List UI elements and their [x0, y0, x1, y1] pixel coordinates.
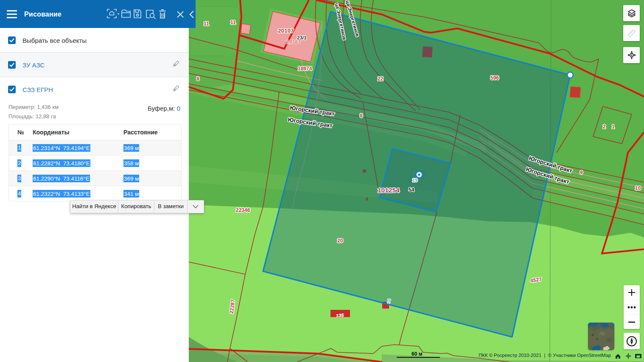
svg-text:10: 10 — [635, 185, 641, 191]
svg-text:101254: 101254 — [378, 187, 400, 194]
svg-text:2: 2 — [603, 124, 606, 130]
svg-text:135: 135 — [336, 312, 344, 318]
svg-text:8: 8 — [196, 76, 199, 82]
svg-text:11: 11 — [230, 19, 236, 25]
svg-text:19: 19 — [412, 178, 417, 183]
svg-text:22: 22 — [378, 76, 384, 82]
svg-text:54: 54 — [409, 187, 414, 193]
svg-text:22346: 22346 — [236, 207, 250, 213]
svg-text:19383: 19383 — [286, 39, 301, 45]
svg-text:18974: 18974 — [298, 66, 312, 72]
svg-text:11: 11 — [204, 21, 209, 27]
svg-text:20: 20 — [337, 238, 343, 244]
svg-text:9: 9 — [580, 170, 583, 175]
svg-text:20107: 20107 — [278, 28, 294, 34]
svg-text:8: 8 — [360, 113, 363, 119]
svg-text:596: 596 — [490, 75, 499, 81]
svg-text:1: 1 — [612, 124, 615, 130]
